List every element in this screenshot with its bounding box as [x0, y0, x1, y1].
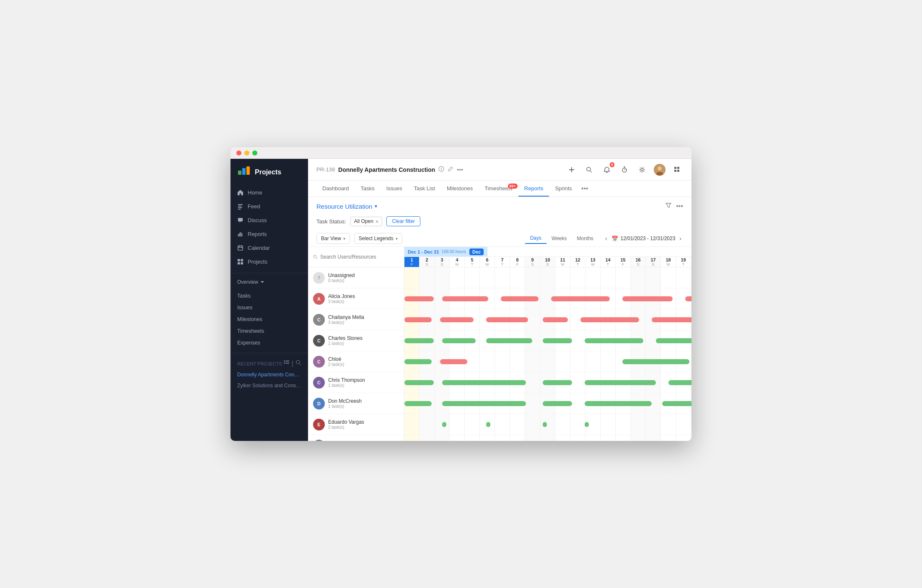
tab-dashboard[interactable]: Dashboard [316, 181, 355, 197]
nav-tabs: Dashboard Tasks Issues Task List Milesto… [308, 181, 692, 197]
clear-filter-button[interactable]: Clear filter [386, 216, 420, 226]
tab-more[interactable]: ••• [578, 181, 592, 197]
sidebar-sub-issues[interactable]: Issues [230, 302, 308, 313]
user-name-chris: Chris Thompson [328, 377, 365, 383]
recent-project-donnelly[interactable]: Donnelly Apartments Cons… [230, 369, 308, 380]
sidebar-item-projects[interactable]: Projects [230, 255, 308, 269]
notifications-button[interactable]: 9 [601, 164, 613, 176]
gantt-bar-chaitanya [404, 317, 432, 322]
svg-rect-16 [284, 360, 285, 362]
recent-project-zylker[interactable]: Zylker Solutions and Constr… [230, 380, 308, 391]
user-avatar[interactable] [654, 164, 666, 176]
avatar-chaitanya: C [313, 314, 325, 326]
svg-rect-28 [674, 167, 676, 169]
grid-button[interactable] [671, 164, 683, 176]
svg-rect-13 [241, 259, 243, 262]
add-button[interactable] [566, 164, 578, 176]
chevron-down-icon [260, 280, 265, 285]
sidebar-item-home[interactable]: Home [230, 186, 308, 199]
tab-timesheets[interactable]: Timesheets 99+ [479, 181, 518, 197]
logo-icon [237, 166, 251, 179]
logo-text: Projects [255, 168, 281, 176]
tab-tasks[interactable]: Tasks [355, 181, 381, 197]
date-prev-arrow[interactable]: ‹ [603, 234, 609, 243]
sidebar-sub-milestones[interactable]: Milestones [230, 313, 308, 325]
bar-row-alicia [404, 288, 692, 309]
tab-milestones[interactable]: Milestones [441, 181, 479, 197]
filter-label: Task Status: [316, 218, 346, 225]
gantt-bar-chaitanya [440, 317, 474, 322]
svg-rect-31 [677, 170, 679, 172]
user-tasks-alicia: 3 task(s) [328, 299, 355, 304]
bar-row-unassigned [404, 267, 692, 288]
avatar-alicia: A [313, 293, 325, 305]
user-tasks-charles: 1 task(s) [328, 341, 363, 346]
sidebar-sub-timesheets[interactable]: Timesheets [230, 325, 308, 337]
gantt-body: ?Unassigned0 task(s)AAlicia Jones3 task(… [308, 267, 692, 441]
projects-icon [237, 259, 243, 265]
bar-view-dropdown[interactable]: Bar View ▾ [316, 233, 350, 244]
more-report-icon[interactable]: ••• [676, 202, 683, 210]
tab-sprints[interactable]: Sprints [549, 181, 578, 197]
sidebar-sub-nav: Tasks Issues Milestones Timesheets Expen… [230, 288, 308, 350]
topbar-right: 9 [566, 164, 683, 176]
gantt-bar-eduardo [543, 422, 547, 427]
recent-title: Recent Projects [237, 361, 282, 366]
user-row-unassigned: ?Unassigned0 task(s) [308, 267, 404, 288]
gantt-search-area [308, 247, 404, 267]
view-months-btn[interactable]: Months [572, 233, 598, 244]
avatar-unassigned: ? [313, 272, 325, 284]
tab-reports[interactable]: Reports [518, 181, 549, 197]
reports-title-row: Resource Utilization ▾ [316, 203, 377, 210]
user-row-chris: CChris Thompson1 task(s) [308, 372, 404, 393]
bar-view-chevron: ▾ [343, 236, 345, 241]
settings-button[interactable] [636, 164, 648, 176]
select-legends-dropdown[interactable]: Select Legends ▾ [354, 233, 402, 244]
sidebar-item-feed[interactable]: Feed [230, 199, 308, 213]
sidebar-sub-expenses[interactable]: Expenses [230, 337, 308, 349]
sidebar-item-calendar[interactable]: Calendar [230, 241, 308, 255]
gantt-toolbar-left: Bar View ▾ Select Legends ▾ [316, 233, 402, 244]
search-resources-input[interactable] [320, 254, 399, 260]
sidebar-item-discuss[interactable]: Discuss [230, 213, 308, 227]
sidebar-item-reports[interactable]: Reports [230, 227, 308, 241]
search-recent-icon[interactable] [296, 360, 301, 365]
recent-header: Recent Projects | [230, 356, 308, 369]
timer-button[interactable] [619, 164, 630, 176]
filter-tag-remove[interactable]: × [376, 218, 379, 225]
gantt-bar-chaitanya [652, 317, 692, 322]
tab-issues[interactable]: Issues [381, 181, 408, 197]
more-options-icon[interactable]: ••• [457, 166, 463, 173]
search-button[interactable] [583, 164, 595, 176]
user-tasks-chris: 1 task(s) [328, 383, 365, 388]
svg-rect-12 [238, 259, 240, 262]
maximize-button[interactable] [252, 150, 257, 155]
date-next-arrow[interactable]: › [678, 234, 683, 243]
view-toggle: Days Weeks Months [525, 233, 598, 244]
reports-actions: ••• [665, 202, 683, 210]
close-button[interactable] [236, 150, 241, 155]
gantt-bar-chaitanya [580, 317, 639, 322]
user-name-charles: Charles Stones [328, 335, 363, 341]
view-weeks-btn[interactable]: Weeks [546, 233, 572, 244]
gantt-bar-charles [656, 338, 692, 343]
tab-task-list[interactable]: Task List [408, 181, 441, 197]
reports-icon [237, 231, 243, 237]
view-days-btn[interactable]: Days [525, 233, 546, 244]
gantt-bar-alicia [685, 296, 692, 301]
filter-icon[interactable] [665, 202, 672, 210]
avatar-chloe: C [313, 356, 325, 368]
minimize-button[interactable] [244, 150, 249, 155]
reports-dropdown-icon[interactable]: ▾ [375, 203, 377, 209]
sidebar-sub-tasks[interactable]: Tasks [230, 290, 308, 302]
svg-rect-3 [238, 204, 243, 205]
list-icon[interactable] [284, 360, 289, 365]
info-icon[interactable] [438, 166, 444, 173]
svg-rect-10 [241, 233, 242, 237]
overview-label: Overview [237, 279, 258, 285]
reports-view-title[interactable]: Resource Utilization [316, 203, 372, 210]
sidebar-item-reports-label: Reports [248, 231, 267, 237]
user-row-chloe: CChloé2 task(s) [308, 351, 404, 372]
overview-toggle[interactable]: Overview [230, 276, 308, 288]
edit-icon[interactable] [448, 166, 453, 173]
